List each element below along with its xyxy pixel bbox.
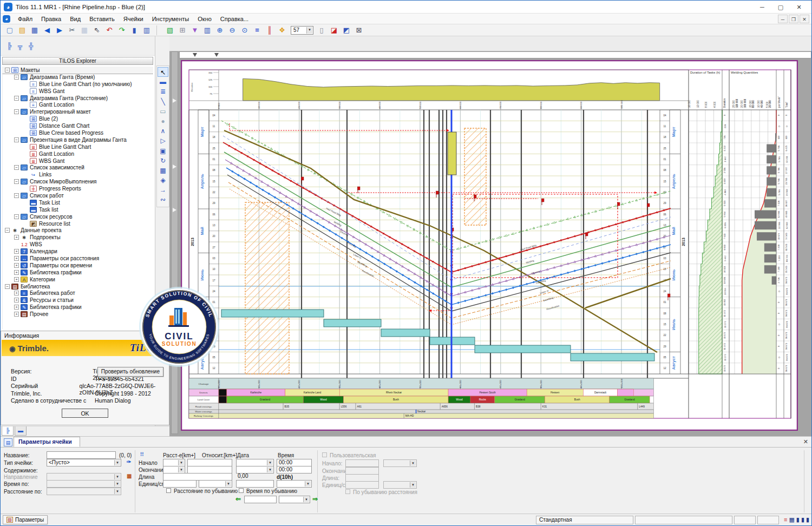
tree-expander-icon[interactable]: − — [5, 228, 10, 233]
tree-expander-icon[interactable]: − — [14, 109, 19, 114]
tree-item[interactable]: ⊞Blue Crew based Progress — [3, 129, 153, 136]
note-button[interactable]: ▯ — [316, 25, 328, 35]
new-button[interactable]: ▢ — [4, 25, 16, 35]
tree-item[interactable]: ⊞Blue (2) — [3, 115, 153, 122]
tree-item[interactable]: ≡WBS Gant — [3, 88, 153, 95]
tab-explorer-chart[interactable]: ▬ — [15, 426, 27, 436]
tree-item[interactable]: −▱Презентация в виде Диаграммы Ганта — [3, 136, 153, 143]
tree-item[interactable]: +7Календари — [3, 248, 153, 255]
ruler-marker[interactable] — [173, 208, 176, 212]
tree-item[interactable]: −▱Диаграмма Ганта (Расстояние) — [3, 95, 153, 102]
paste-tool[interactable]: ▣ — [158, 146, 168, 156]
menu-Справка[interactable]: Справка... — [216, 14, 253, 24]
report-button[interactable]: ▥ — [141, 25, 153, 35]
export-tool[interactable]: → — [158, 185, 168, 195]
cut-button[interactable]: ✂ — [66, 25, 78, 35]
rect-tool[interactable]: ▭ — [158, 107, 168, 116]
zoom-region-button[interactable]: ⊙ — [239, 25, 251, 35]
zoom-out-button[interactable]: ⊖ — [226, 25, 238, 35]
tree-item[interactable]: +✱Подпроекты — [3, 234, 153, 241]
tree-expander-icon[interactable]: + — [14, 277, 19, 282]
rotate-tool[interactable]: ↻ — [158, 156, 168, 166]
tree-expander-icon[interactable]: − — [14, 137, 19, 142]
tree-item[interactable]: +▤Прочее — [3, 311, 153, 318]
tree-expander-icon[interactable]: + — [14, 312, 19, 317]
tree-item[interactable]: −▤Библиотека — [3, 283, 153, 290]
polyline-tool[interactable]: ∧ — [158, 126, 168, 136]
custom-units-combo[interactable]: ▼ — [383, 481, 417, 489]
status-view-icon-3[interactable]: ▮ — [801, 516, 804, 523]
resource-button[interactable]: ▮ — [128, 25, 140, 35]
tree-item[interactable]: −▱Интегрированный макет — [3, 108, 153, 115]
start-time-input[interactable]: 00:00 — [277, 459, 312, 466]
mdi-close-button[interactable]: ✕ — [800, 15, 809, 23]
tree-item[interactable]: ≣Gantt Location — [3, 150, 153, 157]
forward-button[interactable]: ▶ — [54, 25, 66, 35]
vertical-ruler[interactable] — [171, 51, 178, 434]
tree-expander-icon[interactable]: + — [14, 256, 19, 261]
open-button[interactable]: ▤ — [16, 25, 28, 35]
tree-item[interactable]: 1.2WBS — [3, 241, 153, 248]
time-units-input[interactable] — [236, 480, 274, 488]
custom-end-input[interactable] — [345, 467, 379, 475]
tree-item[interactable]: −▱Диаграмма Ганта (Время) — [3, 74, 153, 81]
distance-by-select[interactable]: ▼ — [47, 488, 121, 495]
custom-desc-checkbox[interactable] — [345, 489, 350, 494]
ok-button[interactable]: OK — [62, 409, 108, 418]
length-input[interactable] — [163, 473, 232, 481]
tree-item[interactable]: +✎Библиотека графики — [3, 304, 153, 311]
tree-expander-icon[interactable]: − — [14, 96, 19, 101]
time-units-combo[interactable]: ▼ — [277, 480, 312, 488]
ruler-marker[interactable] — [173, 165, 176, 169]
close-button[interactable]: ✕ — [790, 1, 808, 13]
tree-item[interactable]: −▱Список работ — [3, 192, 153, 199]
tree-expander-icon[interactable]: − — [5, 68, 10, 73]
menu-Вставить[interactable]: Вставить — [85, 14, 119, 24]
tree-item[interactable]: ▬Task list — [3, 206, 153, 213]
ruler-marker[interactable] — [173, 98, 176, 103]
tree-item[interactable]: −✱Данные проекта — [3, 227, 153, 234]
tree-item[interactable]: −⊞Макеты — [3, 67, 153, 74]
tree-item[interactable]: +✎Библиотека графики — [3, 269, 153, 276]
time-location-chart[interactable]: Elevation150125100750 00010 00020 00030 … — [181, 60, 798, 431]
tree-tool-2[interactable]: ╬ — [25, 41, 36, 51]
direction-select[interactable]: ▼ — [47, 473, 121, 481]
tree-expander-icon[interactable]: + — [14, 235, 19, 240]
coords-mode-icon[interactable]: ⁝⁝ — [140, 451, 143, 457]
tree-item[interactable]: ↪Links — [3, 171, 153, 178]
zoom-in-button[interactable]: ⊕ — [214, 25, 226, 35]
name-input[interactable] — [47, 451, 116, 459]
whats-this-button[interactable]: ⇖ — [91, 25, 103, 35]
save-button[interactable]: ▦ — [29, 25, 41, 35]
tree-expander-icon[interactable]: − — [14, 165, 19, 170]
status-view-icon-0[interactable]: ≡ — [784, 516, 787, 523]
tree-item[interactable]: −▱Список зависимостей — [3, 164, 153, 171]
custom-start-combo[interactable]: ▼ — [383, 459, 417, 467]
tree-expander-icon[interactable]: − — [5, 284, 10, 289]
tree-expander-icon[interactable]: − — [14, 75, 19, 80]
tree-item[interactable]: −▱Список МикроВыполнения — [3, 178, 153, 185]
status-view-icon-4[interactable]: ▮ — [806, 516, 809, 523]
step-combo[interactable]: ▼ — [279, 496, 310, 503]
profile-box[interactable]: Стандартная — [536, 516, 633, 524]
ruler-marker[interactable] — [193, 53, 197, 57]
step-back-icon[interactable]: ⇐ — [235, 495, 241, 503]
tree-expander-icon[interactable]: + — [14, 291, 19, 295]
palette-icon[interactable]: ▦ — [127, 473, 132, 479]
custom-checkbox[interactable] — [322, 452, 327, 457]
end-time-input[interactable]: 00:00 — [277, 466, 312, 474]
mdi-restore-button[interactable]: ❐ — [789, 15, 798, 23]
start-rel-input[interactable] — [187, 459, 232, 466]
tree-expander-icon[interactable]: − — [14, 179, 19, 184]
menu-Ячейки[interactable]: Ячейки — [119, 14, 148, 24]
end-rel-input[interactable] — [187, 466, 232, 474]
back-button[interactable]: ◀ — [41, 25, 53, 35]
time-desc-checkbox[interactable] — [239, 488, 244, 493]
tab-explorer-tree[interactable]: ╠ — [2, 426, 14, 436]
check-update-button[interactable]: Проверить обновление — [97, 367, 163, 377]
layout-button[interactable]: ▥ — [201, 25, 213, 35]
time-by-select[interactable]: ▼ — [47, 480, 121, 488]
image-tool[interactable]: ◈ — [158, 175, 168, 185]
cells-button[interactable]: ⊞ — [176, 25, 188, 35]
tree-item[interactable]: ▬Task List — [3, 199, 153, 206]
